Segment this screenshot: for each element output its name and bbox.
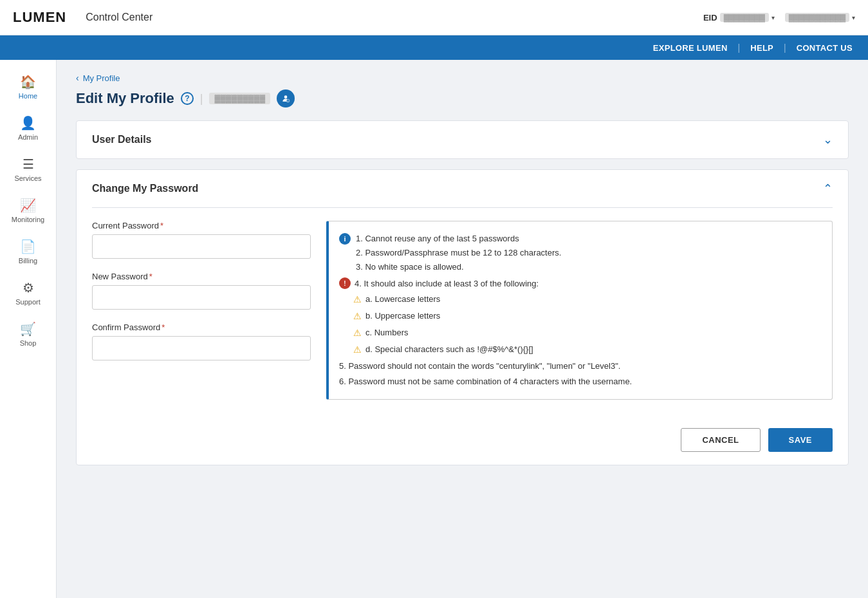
content-area: ‹ My Profile Edit My Profile ? | ▓▓▓▓▓▓▓… <box>57 60 868 598</box>
rule4c-row: ⚠ c. Numbers <box>339 326 822 341</box>
profile-edit-icon[interactable] <box>277 89 295 107</box>
rule1-text: 1. Cannot reuse any of the last 5 passwo… <box>356 232 561 246</box>
sidebar-item-admin[interactable]: 👤 Admin <box>0 109 56 147</box>
svg-point-0 <box>284 95 288 98</box>
rule6-text: 6. Password must not be same combination… <box>339 375 822 389</box>
new-password-required: * <box>149 272 152 281</box>
new-password-group: New Password* <box>92 272 311 310</box>
confirm-password-input[interactable] <box>92 336 311 360</box>
sidebar-label-home: Home <box>19 92 37 100</box>
user-details-card: User Details ⌄ <box>76 120 849 159</box>
password-form: Current Password* New Password* <box>92 221 311 400</box>
warning-triangle-c: ⚠ <box>353 326 362 341</box>
rule4-row: ! 4. It should also include at least 3 o… <box>339 277 822 291</box>
utility-bar: EXPLORE LUMEN | HELP | CONTACT US <box>0 35 868 60</box>
main-layout: 🏠 Home 👤 Admin ☰ Services 📈 Monitoring 📄… <box>0 60 868 598</box>
rule4d-row: ⚠ d. Special characters such as !@#$%^&*… <box>339 342 822 358</box>
confirm-password-required: * <box>162 322 165 332</box>
rule4c-text: c. Numbers <box>365 326 408 340</box>
sidebar-item-monitoring[interactable]: 📈 Monitoring <box>0 191 56 230</box>
new-password-label: New Password* <box>92 272 311 281</box>
sidebar-label-monitoring: Monitoring <box>12 216 44 223</box>
rules-info-row: i 1. Cannot reuse any of the last 5 pass… <box>339 232 822 274</box>
error-icon: ! <box>339 277 351 289</box>
eid-chevron-icon[interactable]: ▾ <box>771 14 775 21</box>
rule4a-row: ⚠ a. Lowercase letters <box>339 292 822 308</box>
eid-label: EID <box>703 13 717 23</box>
monitoring-icon: 📈 <box>20 198 36 213</box>
title-divider: | <box>200 92 203 106</box>
username-masked: ▓▓▓▓▓▓▓▓▓ <box>209 93 270 104</box>
rule4-text: 4. It should also include at least 3 of … <box>355 277 539 291</box>
home-icon: 🏠 <box>20 74 36 89</box>
current-password-required: * <box>160 221 163 230</box>
current-password-group: Current Password* <box>92 221 311 259</box>
sidebar: 🏠 Home 👤 Admin ☰ Services 📈 Monitoring 📄… <box>0 60 57 598</box>
password-card: Change My Password ⌃ Current Password* <box>76 169 849 465</box>
user-section: ▓▓▓▓▓▓▓▓▓▓▓ ▾ <box>785 13 855 22</box>
divider1: | <box>738 42 741 53</box>
password-card-header[interactable]: Change My Password ⌃ <box>77 170 848 207</box>
rule4b-text: b. Uppercase letters <box>365 309 440 323</box>
top-nav-right: EID ▓▓▓▓▓▓▓▓ ▾ ▓▓▓▓▓▓▓▓▓▓▓ ▾ <box>703 13 855 23</box>
rule4a-text: a. Lowercase letters <box>365 292 440 306</box>
back-arrow-icon: ‹ <box>76 73 79 83</box>
eid-value: ▓▓▓▓▓▓▓▓ <box>720 13 769 22</box>
action-row: CANCEL SAVE <box>77 415 848 465</box>
logo: LUMEN <box>13 9 66 26</box>
confirm-password-label: Confirm Password* <box>92 322 311 332</box>
top-nav: LUMEN Control Center EID ▓▓▓▓▓▓▓▓ ▾ ▓▓▓▓… <box>0 0 868 35</box>
user-chevron-icon[interactable]: ▾ <box>852 14 855 21</box>
explore-lumen-link[interactable]: EXPLORE LUMEN <box>653 43 728 53</box>
support-icon: ⚙ <box>23 280 34 295</box>
password-rules-box: i 1. Cannot reuse any of the last 5 pass… <box>326 221 833 400</box>
sidebar-item-billing[interactable]: 📄 Billing <box>0 232 56 271</box>
eid-section: EID ▓▓▓▓▓▓▓▓ ▾ <box>703 13 775 23</box>
warning-triangle-a: ⚠ <box>353 292 362 308</box>
rule3-text: 3. No white space is allowed. <box>356 260 561 274</box>
rule4d-text: d. Special characters such as !@#$%^&*()… <box>365 342 533 357</box>
rules-intro-text: 1. Cannot reuse any of the last 5 passwo… <box>356 232 561 274</box>
password-rules-side: i 1. Cannot reuse any of the last 5 pass… <box>326 221 833 400</box>
sidebar-label-shop: Shop <box>20 339 37 347</box>
rule5-text: 5. Password should not contain the words… <box>339 359 822 373</box>
shop-icon: 🛒 <box>20 321 36 337</box>
info-icon: i <box>339 233 351 245</box>
sidebar-label-billing: Billing <box>19 257 37 265</box>
new-password-input[interactable] <box>92 285 311 310</box>
sidebar-label-admin: Admin <box>18 133 38 141</box>
page-title: Edit My Profile <box>76 90 174 107</box>
sidebar-item-shop[interactable]: 🛒 Shop <box>0 315 56 353</box>
cancel-button[interactable]: CANCEL <box>681 428 760 452</box>
sidebar-item-services[interactable]: ☰ Services <box>0 150 56 189</box>
contact-us-link[interactable]: CONTACT US <box>797 43 853 53</box>
app-title: Control Center <box>86 12 152 23</box>
help-link[interactable]: HELP <box>750 43 773 53</box>
confirm-password-group: Confirm Password* <box>92 322 311 360</box>
breadcrumb-link[interactable]: My Profile <box>83 73 120 83</box>
password-section-title: Change My Password <box>92 183 198 194</box>
password-section-layout: Current Password* New Password* <box>92 221 833 400</box>
user-details-chevron-icon[interactable]: ⌄ <box>823 133 833 147</box>
top-nav-left: LUMEN Control Center <box>13 9 152 26</box>
divider2: | <box>784 42 786 53</box>
rule4b-row: ⚠ b. Uppercase letters <box>339 309 822 324</box>
sidebar-item-home[interactable]: 🏠 Home <box>0 68 56 106</box>
current-password-input[interactable] <box>92 234 311 259</box>
rule2-text: 2. Password/Passphrase must be 12 to 128… <box>356 246 561 260</box>
user-details-header[interactable]: User Details ⌄ <box>77 121 848 158</box>
billing-icon: 📄 <box>20 239 36 254</box>
admin-icon: 👤 <box>20 115 36 131</box>
breadcrumb: ‹ My Profile <box>76 73 849 83</box>
password-chevron-icon[interactable]: ⌃ <box>823 182 833 196</box>
user-value: ▓▓▓▓▓▓▓▓▓▓▓ <box>785 13 849 22</box>
sidebar-label-services: Services <box>14 174 41 182</box>
page-title-row: Edit My Profile ? | ▓▓▓▓▓▓▓▓▓ <box>76 89 849 107</box>
user-details-title: User Details <box>92 134 152 145</box>
current-password-label: Current Password* <box>92 221 311 230</box>
warning-triangle-b: ⚠ <box>353 309 362 324</box>
sidebar-item-support[interactable]: ⚙ Support <box>0 274 56 312</box>
save-button[interactable]: SAVE <box>768 428 833 452</box>
password-card-body: Current Password* New Password* <box>77 208 848 415</box>
help-icon-button[interactable]: ? <box>181 92 194 105</box>
